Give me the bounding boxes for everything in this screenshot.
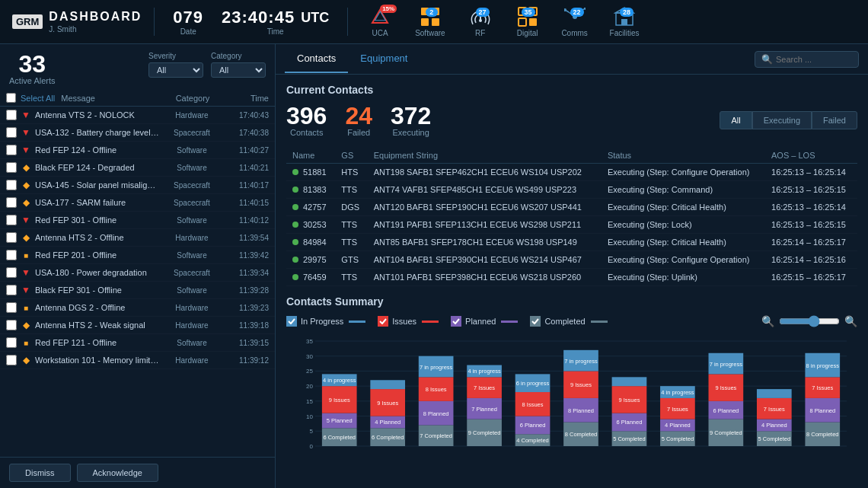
alert-row[interactable]: ◆ USA-145 - Solar panel misalignment Spa… — [0, 177, 275, 194]
nav-item-facilities[interactable]: 28 Facilities — [601, 3, 649, 40]
alert-row[interactable]: ■ Antenna DGS 2 - Offline Hardware 11:39… — [0, 299, 275, 317]
alert-checkbox[interactable] — [6, 285, 17, 295]
severity-select[interactable]: All — [148, 62, 203, 78]
nav-item-comms[interactable]: 22 Comms — [552, 3, 598, 40]
alert-row[interactable]: ▼ Red FEP 124 - Offline Software 11:40:2… — [0, 142, 275, 159]
select-all-checkbox[interactable] — [6, 93, 16, 103]
alert-checkbox[interactable] — [6, 145, 17, 155]
table-row[interactable]: 81383 TTS ANT74 VAFB1 SFEP485CH1 ECEU6 W… — [286, 181, 857, 199]
alert-label: Active Alerts — [9, 76, 56, 85]
status-dot — [292, 169, 298, 175]
alert-row[interactable]: ▼ Black FEP 301 - Offline Software 11:39… — [0, 282, 275, 299]
zoom-out-icon[interactable]: 🔍 — [761, 315, 774, 327]
alert-checkbox[interactable] — [6, 355, 17, 365]
cell-gs: TTS — [335, 181, 367, 199]
alert-category: Spacecraft — [162, 129, 222, 137]
software-badge: 2 — [426, 8, 438, 17]
app-title: DASHBOARD — [49, 10, 142, 24]
table-row[interactable]: 51881 HTS ANT198 SAFB1 SFEP462CH1 ECEU6 … — [286, 164, 857, 181]
alert-checkbox[interactable] — [6, 337, 17, 348]
alert-icon: ■ — [20, 337, 32, 348]
alert-checkbox[interactable] — [6, 215, 17, 225]
alert-category: Hardware — [162, 234, 222, 242]
legend-completed: Completed — [530, 316, 607, 327]
cell-equipment: ANT198 SAFB1 SFEP462CH1 ECEU6 WS104 USP2… — [368, 164, 602, 181]
diamond-yellow-icon: ◆ — [23, 232, 30, 243]
nav-icons: 15% UCA 2 Software — [348, 3, 868, 40]
filter-all-btn[interactable]: All — [720, 111, 752, 129]
cell-aos-los: 16:25:13 – 16:25:15 — [765, 181, 857, 199]
contacts-content: Current Contacts 396 Contacts 24 Failed … — [276, 75, 868, 488]
zoom-slider[interactable] — [779, 315, 840, 327]
svg-text:8 Planned: 8 Planned — [568, 407, 594, 414]
table-row[interactable]: 30253 TTS ANT191 PAFB1 SFEP113CH1 ECEU6 … — [286, 216, 857, 234]
nav-item-rf[interactable]: 27 RF — [458, 3, 503, 40]
cell-equipment: ANT120 BAFB1 SFEP190CH1 ECEU6 WS207 USP4… — [368, 199, 602, 216]
acknowledge-button[interactable]: Acknowledge — [77, 464, 158, 482]
tab-contacts[interactable]: Contacts — [285, 45, 348, 73]
category-select[interactable]: All — [211, 62, 266, 78]
current-contacts-title: Current Contacts — [286, 84, 857, 96]
alert-checkbox[interactable] — [6, 267, 17, 278]
alert-row[interactable]: ▼ Antenna VTS 2 - NOLOCK Hardware 17:40:… — [0, 107, 275, 124]
alert-row[interactable]: ◆ Antenna HTS 2 - Offline Hardware 11:39… — [0, 229, 275, 247]
alert-checkbox[interactable] — [6, 180, 17, 190]
filter-failed-btn[interactable]: Failed — [812, 111, 857, 129]
alert-row[interactable]: ▼ Red FEP 301 - Offline Software 11:40:1… — [0, 212, 275, 229]
cell-name: 42757 — [286, 199, 335, 216]
select-all[interactable]: Select All — [6, 93, 55, 103]
alert-row[interactable]: ■ Red FEP 201 - Offline Software 11:39:4… — [0, 247, 275, 264]
filter-executing-btn[interactable]: Executing — [752, 111, 812, 129]
alert-checkbox[interactable] — [6, 110, 17, 120]
alert-checkbox[interactable] — [6, 232, 17, 243]
col-message: Message — [61, 94, 162, 103]
table-row[interactable]: 76459 TTS ANT101 PAFB1 SFEP398CH1 ECEU6 … — [286, 269, 857, 286]
table-row[interactable]: 84984 TTS ANT85 BAFB1 SFEP178CH1 ECEU6 W… — [286, 234, 857, 251]
alert-row[interactable]: ▼ USA-180 - Power degradation Spacecraft… — [0, 264, 275, 282]
alert-row[interactable]: ▼ USA-132 - Battery charge level low Spa… — [0, 124, 275, 142]
alert-row[interactable]: ■ Red FEP 121 - Offline Software 11:39:1… — [0, 334, 275, 352]
alert-checkbox[interactable] — [6, 127, 17, 138]
alerts-header: 33 Active Alerts Severity All Category A… — [0, 44, 275, 90]
alert-icon: ▼ — [20, 127, 32, 138]
svg-text:5 Completed: 5 Completed — [613, 435, 646, 442]
alert-row[interactable]: ◆ USA-177 - SARM failure Spacecraft 11:4… — [0, 194, 275, 212]
table-row[interactable]: 42757 DGS ANT120 BAFB1 SFEP190CH1 ECEU6 … — [286, 199, 857, 216]
alert-checkbox[interactable] — [6, 197, 17, 208]
alert-checkbox[interactable] — [6, 250, 17, 260]
dismiss-button[interactable]: Dismiss — [9, 464, 71, 482]
alert-row[interactable]: ◆ Workstation 101 - Memory limit reached… — [0, 352, 275, 369]
svg-point-6 — [479, 19, 482, 22]
alert-time: 11:39:42 — [225, 251, 269, 260]
logo-area: GRM DASHBOARD J. Smith — [0, 10, 154, 33]
legend-issues: Issues — [378, 316, 439, 327]
nav-item-digital[interactable]: 35 Digital — [506, 3, 549, 40]
right-panel: Contacts Equipment 🔍 Current Contacts 39… — [276, 44, 868, 488]
alert-checkbox[interactable] — [6, 302, 17, 313]
svg-text:6 Completed: 6 Completed — [372, 434, 404, 441]
cell-aos-los: 16:25:13 – 16:25:14 — [765, 199, 857, 216]
alert-row[interactable]: ◆ Black FEP 124 - Degraded Software 11:4… — [0, 159, 275, 177]
rf-badge: 27 — [476, 8, 490, 17]
svg-text:9 Completed: 9 Completed — [468, 429, 501, 436]
svg-rect-16 — [621, 19, 627, 25]
alert-row[interactable]: ◆ Antenna HTS 2 - Weak signal Hardware 1… — [0, 317, 275, 334]
svg-text:5 Planned: 5 Planned — [327, 417, 353, 424]
alert-category: Software — [162, 286, 222, 295]
comms-badge: 22 — [570, 8, 584, 17]
zoom-in-icon[interactable]: 🔍 — [844, 315, 857, 327]
alert-checkbox[interactable] — [6, 320, 17, 330]
nav-item-uca[interactable]: 15% UCA — [357, 3, 403, 40]
tab-equipment[interactable]: Equipment — [348, 45, 420, 73]
svg-text:9 Issues: 9 Issues — [618, 397, 640, 403]
cell-aos-los: 16:25:14 – 16:25:17 — [765, 234, 857, 251]
nav-label-facilities: Facilities — [610, 29, 640, 37]
table-row[interactable]: 29975 GTS ANT104 BAFB1 SFEP390CH1 ECEU6 … — [286, 251, 857, 269]
svg-rect-5 — [432, 18, 439, 26]
nav-item-software[interactable]: 2 Software — [406, 3, 454, 40]
search-input[interactable] — [776, 55, 852, 64]
alert-checkbox[interactable] — [6, 162, 17, 173]
logo-box: GRM — [12, 14, 43, 29]
facilities-badge: 28 — [620, 8, 633, 17]
alert-category: Spacecraft — [162, 269, 222, 277]
